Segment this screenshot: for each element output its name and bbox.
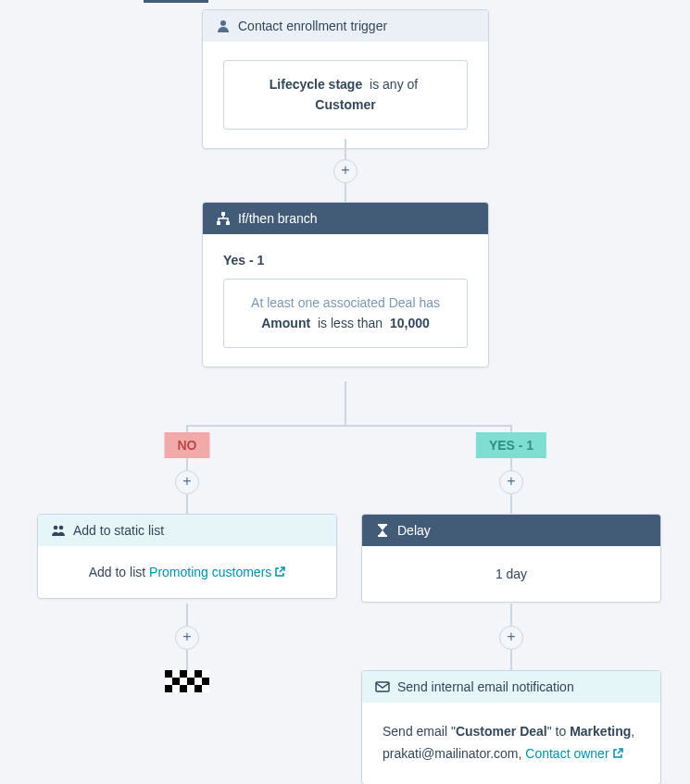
add-action-button-no[interactable]: + <box>175 470 199 494</box>
delay-card-title: Delay <box>397 523 431 538</box>
email-deal-name: Customer Deal <box>456 724 547 739</box>
svg-rect-2 <box>217 221 220 225</box>
branch-cond-field: Amount <box>261 316 310 330</box>
plus-icon: + <box>182 627 191 647</box>
contact-icon <box>216 19 231 33</box>
email-card[interactable]: Send internal email notification Send em… <box>361 670 661 784</box>
external-link-icon <box>612 744 623 755</box>
static-list-header: Add to static list <box>38 515 336 546</box>
envelope-icon <box>375 679 390 694</box>
trigger-filter-box[interactable]: Lifecycle stage is any of Customer <box>223 60 468 130</box>
svg-rect-15 <box>194 685 202 692</box>
static-list-card[interactable]: Add to static list Add to list Promoting… <box>37 514 337 599</box>
svg-rect-17 <box>378 535 387 537</box>
email-card-header: Send internal email notification <box>362 671 660 703</box>
branch-card[interactable]: If/then branch Yes - 1 At least one asso… <box>202 202 489 367</box>
svg-rect-12 <box>202 678 209 685</box>
delay-card[interactable]: Delay 1 day <box>361 514 661 603</box>
plus-icon: + <box>341 160 349 180</box>
people-icon <box>51 523 66 538</box>
svg-rect-13 <box>165 685 172 692</box>
add-action-button[interactable]: + <box>333 159 358 183</box>
svg-rect-16 <box>378 524 387 526</box>
svg-rect-9 <box>194 670 202 678</box>
branch-icon <box>216 211 231 226</box>
trigger-card-title: Contact enrollment trigger <box>238 19 387 33</box>
connector <box>187 425 511 427</box>
add-action-button-yes[interactable]: + <box>499 470 523 494</box>
svg-rect-18 <box>376 682 389 691</box>
trigger-card[interactable]: Contact enrollment trigger Lifecycle sta… <box>202 9 489 149</box>
svg-point-5 <box>59 526 64 530</box>
trigger-filter-field: Lifecycle stage <box>270 77 362 92</box>
add-action-button-after-list[interactable]: + <box>175 626 199 650</box>
svg-point-0 <box>220 20 226 26</box>
branch-pill-yes: YES - 1 <box>476 432 546 458</box>
static-list-title: Add to static list <box>73 523 164 538</box>
branch-card-title: If/then branch <box>238 211 318 226</box>
email-body: Send email "Customer Deal" to Marketing,… <box>362 703 660 784</box>
static-list-link[interactable]: Promoting customers <box>149 565 285 579</box>
connector <box>345 381 346 426</box>
plus-icon: + <box>182 471 191 492</box>
branch-cond-line: Amount is less than 10,000 <box>239 313 452 333</box>
email-mid: " to <box>547 724 570 739</box>
svg-point-4 <box>54 526 58 530</box>
trigger-filter-value: Customer <box>315 97 375 112</box>
active-tab-underline <box>144 0 208 3</box>
branch-card-body: Yes - 1 At least one associated Deal has… <box>203 234 488 367</box>
svg-rect-10 <box>172 678 180 685</box>
email-recipient-2: prakati@mailinator.com <box>383 746 519 761</box>
static-list-body: Add to list Promoting customers <box>38 546 336 598</box>
branch-card-header: If/then branch <box>203 203 488 234</box>
plus-icon: + <box>507 471 515 492</box>
svg-rect-14 <box>180 685 187 692</box>
svg-rect-1 <box>221 212 225 216</box>
static-list-prefix: Add to list <box>89 565 149 579</box>
branch-condition-box[interactable]: At least one associated Deal has Amount … <box>223 279 468 348</box>
branch-cond-op: is less than <box>318 316 383 330</box>
svg-rect-8 <box>180 670 187 678</box>
email-sep1: , <box>631 724 634 739</box>
external-link-icon <box>274 566 285 577</box>
delay-card-header: Delay <box>362 515 660 546</box>
svg-rect-7 <box>165 670 172 678</box>
branch-group-label: Yes - 1 <box>223 253 468 268</box>
branch-cond-pre: At least one associated Deal has <box>239 292 452 313</box>
hourglass-icon <box>375 523 390 538</box>
branch-pill-no: NO <box>165 432 210 458</box>
email-recipient-1: Marketing <box>570 724 631 739</box>
static-list-link-text: Promoting customers <box>149 565 271 579</box>
svg-rect-3 <box>226 221 230 225</box>
branch-cond-value: 10,000 <box>390 316 430 330</box>
trigger-filter-op: is any of <box>370 77 418 92</box>
add-action-button-after-delay[interactable]: + <box>499 626 523 650</box>
email-card-title: Send internal email notification <box>397 679 574 694</box>
trigger-card-header: Contact enrollment trigger <box>203 10 488 42</box>
trigger-card-body: Lifecycle stage is any of Customer <box>203 42 488 148</box>
email-prefix: Send email " <box>383 724 456 739</box>
svg-rect-11 <box>187 678 194 685</box>
plus-icon: + <box>507 627 515 647</box>
workflow-end-icon <box>165 670 209 692</box>
delay-body: 1 day <box>362 546 660 602</box>
email-link-text: Contact owner <box>525 746 608 761</box>
email-contact-owner-link[interactable]: Contact owner <box>525 746 622 761</box>
